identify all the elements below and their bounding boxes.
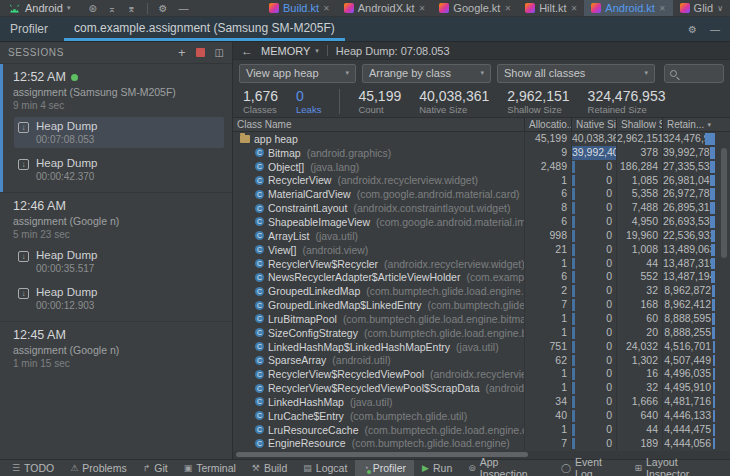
class-package: (com.bumptech.glide.load.engine.bitmap_r… bbox=[364, 327, 524, 339]
editor-tab[interactable]: Android.kt ✕ ∨ bbox=[584, 0, 672, 16]
table-row[interactable]: C app heap 45,199 40,038,36 2,962,151 32… bbox=[233, 132, 730, 146]
table-row[interactable]: C SparseArray (android.util) 62 0 1,302 … bbox=[233, 354, 730, 368]
project-selector[interactable]: Android ▾ bbox=[0, 0, 78, 16]
add-session-icon[interactable]: + bbox=[178, 46, 186, 59]
settings-wheel-icon[interactable]: ⊛ bbox=[88, 3, 96, 14]
editor-tab[interactable]: Hilt.kt ✕ ∨ bbox=[518, 0, 584, 16]
retained-size-cell: 4,496,035 bbox=[662, 367, 715, 381]
table-row[interactable]: C LruResourceCache (com.bumptech.glide.l… bbox=[233, 423, 730, 437]
table-row[interactable]: C ShapeableImageView (com.google.android… bbox=[233, 215, 730, 229]
column-header-native-size[interactable]: Native Si... bbox=[571, 118, 616, 131]
collapse-all-icon[interactable]: ⌅ bbox=[108, 3, 116, 14]
heap-dump-item[interactable]: ↓ Heap Dump 00:00:42.370 bbox=[14, 154, 224, 185]
tool-window-label: Build bbox=[264, 462, 287, 474]
table-row[interactable]: C MaterialCardView (com.google.android.m… bbox=[233, 187, 730, 201]
class-name: LinkedHashMap$LinkedHashMapEntry bbox=[268, 341, 450, 353]
session-entry[interactable]: 12:46 AM assignment (Google n) 5 min 23 … bbox=[0, 192, 232, 321]
tool-window-icon: ☰ bbox=[12, 464, 20, 473]
heap-filter-dropdown[interactable]: Arrange by class ▾ bbox=[362, 64, 491, 83]
search-icon bbox=[670, 70, 677, 77]
heap-filter-dropdown[interactable]: View app heap ▾ bbox=[239, 64, 356, 83]
search-input[interactable] bbox=[664, 64, 724, 83]
close-icon[interactable]: ✕ bbox=[571, 4, 578, 13]
minimize-icon[interactable]: — bbox=[710, 24, 720, 35]
stage-selector[interactable]: MEMORY ▾ bbox=[261, 45, 319, 57]
tool-window-button[interactable]: ⊞ Layout Inspector bbox=[626, 460, 726, 476]
tool-window-button[interactable]: ☰ TODO bbox=[4, 460, 62, 476]
expand-all-icon[interactable]: ⌆ bbox=[127, 3, 135, 14]
tool-window-button[interactable]: ▶ Run bbox=[414, 460, 460, 476]
table-row[interactable]: C View[] (android.view) 21 0 1,008 13,48… bbox=[233, 243, 730, 257]
gear-icon[interactable]: ⚙ bbox=[159, 3, 168, 14]
tool-window-button[interactable]: ◔ Profiler bbox=[355, 460, 414, 476]
close-icon[interactable]: ✕ bbox=[419, 4, 426, 13]
tool-window-button[interactable]: ⚒ Build bbox=[244, 460, 295, 476]
back-arrow-icon[interactable]: ← bbox=[241, 44, 253, 58]
session-entry[interactable]: 12:45 AM assignment (Google n) 1 min 15 … bbox=[0, 321, 232, 376]
column-header-allocations[interactable]: Allocatio... bbox=[524, 118, 571, 131]
table-row[interactable]: C LinkedHashMap (java.util) 34 0 1,666 4… bbox=[233, 395, 730, 409]
table-row[interactable]: C ConstraintLayout (androidx.constraintl… bbox=[233, 201, 730, 215]
native-size-cell: 0 bbox=[571, 243, 616, 257]
column-header-shallow-size[interactable]: Shallow S... bbox=[616, 118, 662, 131]
heap-filter-dropdown[interactable]: Show all classes ▾ bbox=[497, 64, 655, 83]
table-row[interactable]: C GroupedLinkedMap (com.bumptech.glide.l… bbox=[233, 284, 730, 298]
horizontal-scrollbar-thumb[interactable] bbox=[236, 452, 528, 457]
heap-dump-item[interactable]: ↓ Heap Dump 00:00:12.903 bbox=[14, 283, 224, 314]
class-name: EngineResource bbox=[268, 437, 346, 449]
table-row[interactable]: C EngineResource (com.bumptech.glide.loa… bbox=[233, 437, 730, 451]
native-size-bar bbox=[572, 313, 575, 325]
table-row[interactable]: C Object[] (java.lang) 2,489 0 186,284 2… bbox=[233, 160, 730, 174]
native-size-bar bbox=[572, 161, 575, 173]
table-row[interactable]: C Bitmap (android.graphics) 9 39,992,40 … bbox=[233, 146, 730, 160]
editor-tab[interactable]: AndroidX.kt ✕ ∨ bbox=[337, 0, 433, 16]
table-row[interactable]: C GroupedLinkedMap$LinkedEntry (com.bump… bbox=[233, 298, 730, 312]
heap-dump-item[interactable]: ↓ Heap Dump 00:00:35.517 bbox=[14, 246, 224, 277]
table-row[interactable]: C LinkedHashMap$LinkedHashMapEntry (java… bbox=[233, 340, 730, 354]
tool-window-button[interactable]: ◯ Event Log bbox=[553, 460, 626, 476]
column-header-class-name[interactable]: Class Name bbox=[233, 118, 524, 131]
collapse-panel-icon[interactable]: ◫ bbox=[215, 47, 224, 58]
session-entry[interactable]: 12:52 AM assignment (Samsung SM-M205F) 9… bbox=[0, 64, 232, 192]
retained-size-bar bbox=[710, 216, 715, 228]
table-row[interactable]: C RecyclerView$RecycledViewPool$ScrapDat… bbox=[233, 381, 730, 395]
editor-tab[interactable]: Glid ✕ ∨ bbox=[673, 0, 730, 16]
editor-tab[interactable]: Google.kt ✕ ∨ bbox=[432, 0, 518, 16]
table-row[interactable]: C LruCache$Entry (com.bumptech.glide.uti… bbox=[233, 409, 730, 423]
class-icon: C bbox=[255, 217, 264, 226]
stop-session-icon[interactable] bbox=[196, 48, 205, 57]
table-row[interactable]: C SizeConfigStrategy (com.bumptech.glide… bbox=[233, 326, 730, 340]
chevron-down-icon: ▾ bbox=[315, 47, 319, 55]
shallow-size-cell: 16 bbox=[616, 367, 662, 381]
kotlin-file-icon bbox=[680, 3, 690, 13]
allocations-cell: 998 bbox=[524, 229, 571, 243]
vertical-scrollbar-thumb[interactable] bbox=[721, 148, 727, 258]
tool-window-button[interactable]: ⊚ App Inspection bbox=[460, 460, 553, 476]
tool-window-button[interactable]: ▤ Logcat bbox=[295, 460, 355, 476]
table-row[interactable]: C RecyclerView (androidx.recyclerview.wi… bbox=[233, 174, 730, 188]
close-icon[interactable]: ✕ bbox=[659, 4, 666, 13]
table-row[interactable]: C RecyclerView$Recycler (androidx.recycl… bbox=[233, 257, 730, 271]
dropdown-selected-value: Arrange by class bbox=[369, 67, 451, 79]
minimize-icon[interactable]: — bbox=[179, 3, 189, 14]
table-row[interactable]: C LruBitmapPool (com.bumptech.glide.load… bbox=[233, 312, 730, 326]
table-row[interactable]: C NewsRecyclerAdapter$ArticleViewHolder … bbox=[233, 270, 730, 284]
memory-panel: ← MEMORY ▾ Heap Dump: 07:08.053 View app… bbox=[233, 42, 730, 459]
close-icon[interactable]: ✕ bbox=[323, 4, 330, 13]
tool-window-button[interactable]: ▣ Terminal bbox=[176, 460, 244, 476]
tool-window-button[interactable]: ⚠ Problems bbox=[62, 460, 134, 476]
gear-icon[interactable]: ⚙ bbox=[688, 24, 697, 35]
profiler-session-tab[interactable]: com.example.assignment (Samsung SM-M205F… bbox=[64, 17, 345, 41]
tab-overflow-chevron-icon[interactable]: ∨ bbox=[717, 4, 723, 13]
editor-tab[interactable]: Build.kt ✕ ∨ bbox=[262, 0, 337, 16]
retained-size-bar bbox=[712, 327, 715, 339]
retained-size-bar bbox=[711, 230, 715, 242]
table-row[interactable]: C ArrayList (java.util) 998 0 19,960 22,… bbox=[233, 229, 730, 243]
tool-window-button[interactable]: ↱ Git bbox=[135, 460, 176, 476]
close-icon[interactable]: ✕ bbox=[504, 4, 511, 13]
table-row[interactable]: C RecyclerView$RecycledViewPool (android… bbox=[233, 367, 730, 381]
column-header-retained-size[interactable]: Retain... ▾ bbox=[662, 118, 715, 131]
editor-tab-label: Android.kt bbox=[605, 2, 655, 14]
heap-dump-item[interactable]: ↓ Heap Dump 00:07:08.053 bbox=[14, 117, 224, 148]
tool-window-icon: ◔ bbox=[363, 464, 368, 473]
